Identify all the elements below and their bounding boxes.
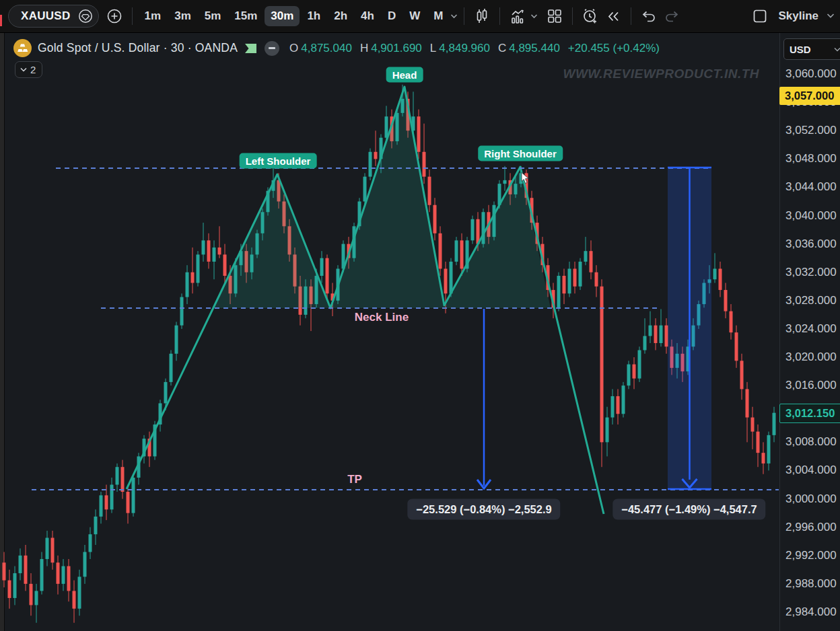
timeframe-W[interactable]: W bbox=[403, 6, 426, 26]
toolbar-separator bbox=[464, 7, 464, 25]
candles-style-button[interactable] bbox=[470, 5, 493, 28]
candle-body bbox=[218, 248, 221, 255]
price-tick: 2,996.000 bbox=[785, 521, 837, 534]
symbol-search-button[interactable]: XAUUSD bbox=[8, 5, 99, 28]
candle-body bbox=[762, 453, 765, 463]
timeframe-1h[interactable]: 1h bbox=[301, 6, 326, 26]
candle-body bbox=[223, 254, 227, 276]
alert-price-label[interactable]: 3,057.000 bbox=[779, 87, 840, 105]
neck-line-label[interactable]: Neck Line bbox=[355, 311, 409, 324]
redo-icon[interactable] bbox=[660, 5, 683, 28]
toolbar-right-group: Skyline bbox=[748, 0, 835, 32]
compare-add-symbol-button[interactable] bbox=[103, 5, 126, 28]
edge-red-marker bbox=[0, 15, 2, 26]
candle-body bbox=[665, 326, 668, 347]
last-price-label[interactable]: 3,012.150 bbox=[779, 404, 840, 423]
candle-body bbox=[428, 177, 431, 205]
price-tick: 3,024.000 bbox=[785, 322, 837, 336]
candle-body bbox=[62, 566, 65, 584]
candle-body bbox=[471, 219, 475, 241]
pattern-fill bbox=[213, 174, 330, 308]
candle-body bbox=[606, 418, 609, 443]
candle-body bbox=[46, 537, 49, 559]
timeframe-5m[interactable]: 5m bbox=[199, 6, 228, 26]
candle-body bbox=[207, 240, 211, 262]
candle-body bbox=[563, 276, 566, 293]
candle-body bbox=[326, 258, 329, 294]
candle-body bbox=[213, 248, 216, 262]
candle-body bbox=[455, 240, 458, 262]
price-tick: 3,048.000 bbox=[785, 152, 837, 165]
candle-body bbox=[320, 258, 324, 276]
timeframes-chevron-down-icon[interactable] bbox=[450, 12, 458, 20]
candle-body bbox=[423, 152, 426, 177]
indicators-button[interactable] bbox=[506, 5, 529, 28]
candle-body bbox=[433, 205, 437, 233]
timeframe-4h[interactable]: 4h bbox=[355, 6, 380, 26]
timeframe-30m[interactable]: 30m bbox=[265, 6, 300, 26]
candle-body bbox=[595, 272, 598, 287]
candle-body bbox=[19, 556, 22, 573]
candle-body bbox=[73, 591, 76, 608]
legend-collapse-button[interactable]: 2 bbox=[15, 61, 42, 78]
candle-body bbox=[503, 180, 507, 184]
candle-body bbox=[369, 152, 372, 177]
candle-body bbox=[164, 382, 168, 404]
price-chart-canvas[interactable] bbox=[0, 0, 840, 631]
price-tick: 3,028.000 bbox=[785, 294, 837, 307]
timeframe-group: 1m3m5m15m30m1h2h4hDWM bbox=[139, 6, 450, 26]
currency-toggle[interactable]: USD bbox=[783, 38, 840, 60]
candle-body bbox=[568, 268, 571, 293]
candle-body bbox=[767, 435, 771, 463]
timeframe-3m[interactable]: 3m bbox=[168, 6, 197, 26]
currency-label: USD bbox=[790, 44, 811, 55]
timeframe-15m[interactable]: 15m bbox=[228, 6, 263, 26]
symbol-title[interactable]: Gold Spot / U.S. Dollar · 30 · OANDA bbox=[38, 41, 238, 55]
candle-body bbox=[175, 326, 178, 354]
candle-body bbox=[611, 396, 615, 418]
measure-result-left[interactable]: −25.529 (−0.84%) −2,552.9 bbox=[407, 499, 560, 520]
candle-body bbox=[132, 478, 135, 513]
candle-body bbox=[643, 336, 647, 350]
layout-name[interactable]: Skyline bbox=[778, 9, 818, 23]
toolbar-separator bbox=[499, 7, 500, 25]
price-axis[interactable]: 3,060.0003,056.0003,052.0003,048.0003,04… bbox=[779, 32, 840, 631]
candle-body bbox=[773, 413, 776, 435]
flag-icon[interactable] bbox=[244, 42, 258, 55]
fullscreen-square-icon[interactable] bbox=[748, 5, 771, 28]
right-shoulder-label[interactable]: Right Shoulder bbox=[478, 146, 563, 161]
ohlc-values: O4,875.040 H4,901.690 L4,849.960 C4,895.… bbox=[289, 42, 660, 55]
candle-body bbox=[660, 326, 663, 343]
candle-body bbox=[590, 251, 593, 272]
price-tick: 2,988.000 bbox=[785, 577, 837, 591]
candle-body bbox=[110, 485, 114, 510]
low-value: 4,849.960 bbox=[439, 42, 490, 55]
layout-grid-icon[interactable] bbox=[543, 5, 566, 28]
price-tick: 3,008.000 bbox=[785, 435, 837, 449]
timeframe-2h[interactable]: 2h bbox=[328, 6, 353, 26]
head-label[interactable]: Head bbox=[386, 67, 423, 83]
mouse-cursor bbox=[521, 172, 530, 187]
candle-body bbox=[186, 272, 189, 297]
candle-body bbox=[724, 290, 728, 311]
hide-indicator-icon[interactable] bbox=[265, 41, 279, 56]
replay-icon[interactable] bbox=[602, 5, 625, 28]
timeframe-1m[interactable]: 1m bbox=[139, 6, 168, 26]
alert-plus-icon[interactable] bbox=[579, 5, 602, 28]
candle-body bbox=[579, 262, 582, 287]
candle-body bbox=[735, 332, 738, 361]
toolbar-separator bbox=[132, 7, 133, 25]
price-tick: 3,032.000 bbox=[785, 266, 837, 279]
timeframe-D[interactable]: D bbox=[382, 6, 402, 26]
candle-body bbox=[374, 152, 378, 159]
timeframe-M[interactable]: M bbox=[427, 6, 449, 26]
candle-body bbox=[417, 116, 421, 152]
undo-icon[interactable] bbox=[637, 5, 660, 28]
tp-label[interactable]: TP bbox=[347, 473, 362, 486]
indicators-chevron-down-icon[interactable] bbox=[530, 12, 538, 20]
measure-result-right[interactable]: −45.477 (−1.49%) −4,547.7 bbox=[612, 499, 765, 520]
layout-chevron-down-icon[interactable] bbox=[827, 12, 835, 20]
close-value: 4,895.440 bbox=[509, 42, 560, 55]
left-shoulder-label[interactable]: Left Shoulder bbox=[240, 153, 317, 169]
candle-body bbox=[746, 389, 749, 417]
